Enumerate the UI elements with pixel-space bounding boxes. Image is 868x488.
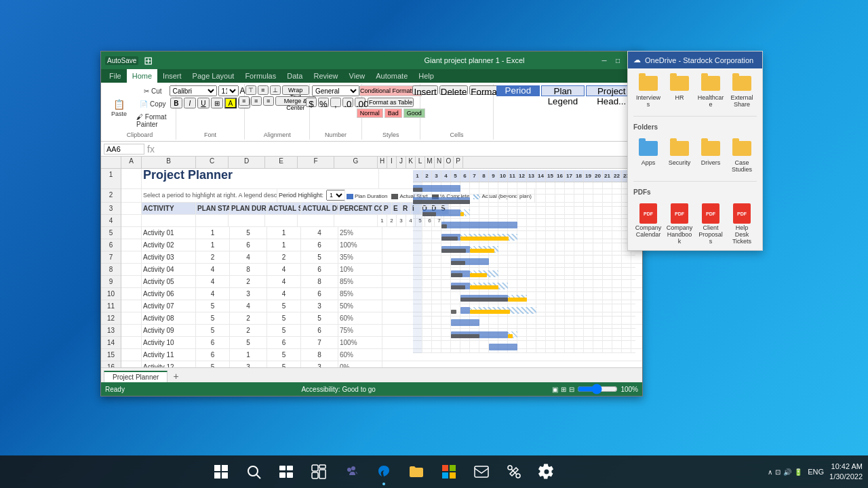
tab-help[interactable]: Help (413, 69, 439, 83)
sheet-tab-project-planner[interactable]: Project Planner (104, 371, 167, 382)
pct-complete-11[interactable]: 60% (338, 349, 382, 361)
actual-start-3[interactable]: 2 (267, 251, 301, 263)
actual-start-1[interactable]: 1 (267, 227, 301, 239)
file-explorer-button[interactable] (401, 457, 431, 487)
plan-dur-3[interactable]: 4 (230, 251, 267, 263)
cell-A-16[interactable] (121, 361, 142, 367)
onedrive-drivers[interactable]: Drivers (696, 136, 726, 176)
actual-dur-3[interactable]: 5 (301, 251, 338, 263)
actual-dur-6[interactable]: 6 (301, 288, 338, 300)
border-button[interactable]: ⊞ (211, 98, 223, 108)
plan-dur-7[interactable]: 4 (230, 300, 267, 312)
chevron-icon[interactable]: ∧ (768, 468, 772, 476)
activity-name-9[interactable]: Activity 09 (142, 325, 196, 336)
plan-start-5[interactable]: 4 (196, 276, 230, 287)
activity-name-12[interactable]: Activity 12 (142, 361, 196, 367)
cell-A-13[interactable] (121, 325, 142, 336)
plan-start-4[interactable]: 4 (196, 264, 230, 275)
actual-start-6[interactable]: 4 (267, 288, 301, 300)
actual-dur-12[interactable]: 3 (301, 361, 338, 367)
plan-start-11[interactable]: 6 (196, 349, 230, 361)
onedrive-case-studies[interactable]: Case Studies (727, 136, 757, 176)
minimize-button[interactable]: ─ (597, 54, 611, 67)
onedrive-apps[interactable]: Apps (633, 136, 663, 176)
plan-start-6[interactable]: 4 (196, 288, 230, 300)
pct-complete-6[interactable]: 85% (338, 288, 382, 300)
copy-button[interactable]: 📄 Copy (133, 98, 173, 110)
activity-name-11[interactable]: Activity 11 (142, 349, 196, 361)
onedrive-interviews[interactable]: Interviews (633, 71, 663, 110)
fill-color-button[interactable]: A (224, 98, 237, 108)
plan-legend-button[interactable]: Plan Legend (541, 85, 585, 96)
actual-start-12[interactable]: 5 (267, 361, 301, 367)
activity-name-5[interactable]: Activity 05 (142, 276, 196, 287)
actual-start-10[interactable]: 6 (267, 337, 301, 348)
cell-A-14[interactable] (121, 337, 142, 348)
number-format-select[interactable]: General (312, 85, 359, 96)
plan-dur-4[interactable]: 8 (230, 264, 267, 275)
page-break-view-button[interactable]: ⊟ (569, 386, 574, 393)
actual-start-7[interactable]: 5 (267, 300, 301, 312)
settings-button[interactable] (532, 457, 561, 487)
onedrive-company-handbook[interactable]: PDF Company Handbook (665, 201, 694, 247)
plan-dur-1[interactable]: 5 (230, 227, 267, 239)
clock[interactable]: 10:42 AM 1/30/2022 (829, 462, 863, 483)
actual-dur-11[interactable]: 8 (301, 349, 338, 361)
actual-dur-5[interactable]: 8 (301, 276, 338, 287)
pct-complete-4[interactable]: 10% (338, 264, 382, 275)
zoom-slider[interactable] (577, 384, 618, 394)
cell-A-8[interactable] (121, 264, 142, 275)
activity-name-7[interactable]: Activity 07 (142, 300, 196, 312)
maximize-button[interactable]: □ (611, 54, 625, 67)
format-as-table-button[interactable]: Format as Table (368, 98, 414, 107)
pct-complete-5[interactable]: 85% (338, 276, 382, 287)
align-top-button[interactable]: ⊤ (245, 85, 256, 95)
onedrive-security[interactable]: Security (665, 136, 694, 176)
align-left-button[interactable]: ≡ (239, 96, 250, 106)
add-sheet-button[interactable]: + (169, 370, 182, 382)
actual-start-11[interactable]: 5 (267, 349, 301, 361)
activity-name-2[interactable]: Activity 02 (142, 239, 196, 251)
actual-dur-8[interactable]: 5 (301, 312, 338, 324)
pct-complete-12[interactable]: 0% (338, 361, 382, 367)
currency-button[interactable]: $ (306, 98, 317, 107)
plan-dur-8[interactable]: 2 (230, 312, 267, 324)
name-box[interactable] (104, 144, 144, 155)
underline-button[interactable]: U (197, 98, 210, 108)
activity-name-1[interactable]: Activity 01 (142, 227, 196, 239)
tab-view[interactable]: View (344, 69, 371, 83)
pct-complete-9[interactable]: 75% (338, 325, 382, 336)
onedrive-external-share[interactable]: External Share (727, 71, 757, 110)
network-icon[interactable]: ⊡ (775, 468, 781, 476)
actual-dur-9[interactable]: 6 (301, 325, 338, 336)
period-value-button[interactable]: Period Value (496, 85, 539, 96)
plan-start-2[interactable]: 1 (196, 239, 230, 251)
plan-start-12[interactable]: 5 (196, 361, 230, 367)
plan-dur-11[interactable]: 1 (230, 349, 267, 361)
autosave-toggle[interactable]: AutoSave (105, 56, 138, 65)
pct-complete-7[interactable]: 50% (338, 300, 382, 312)
plan-dur-10[interactable]: 5 (230, 337, 267, 348)
formula-input[interactable] (157, 145, 639, 153)
actual-start-5[interactable]: 4 (267, 276, 301, 287)
tab-review[interactable]: Review (308, 69, 343, 83)
activity-name-3[interactable]: Activity 03 (142, 251, 196, 263)
plan-start-3[interactable]: 2 (196, 251, 230, 263)
plan-dur-12[interactable]: 3 (230, 361, 267, 367)
plan-start-8[interactable]: 5 (196, 312, 230, 324)
edge-button[interactable] (369, 457, 399, 487)
bold-button[interactable]: B (170, 98, 182, 108)
comma-button[interactable]: , (330, 98, 341, 107)
cut-button[interactable]: ✂ Cut (133, 85, 173, 97)
plan-start-9[interactable]: 5 (196, 325, 230, 336)
align-right-button[interactable]: ≡ (263, 96, 274, 106)
actual-start-4[interactable]: 4 (267, 264, 301, 275)
activity-name-10[interactable]: Activity 10 (142, 337, 196, 348)
onedrive-healthcare[interactable]: Healthcare (696, 71, 726, 110)
font-size-select[interactable]: 11 (218, 85, 239, 96)
cell-A-10[interactable] (121, 288, 142, 300)
align-bottom-button[interactable]: ⊥ (270, 85, 281, 95)
actual-dur-10[interactable]: 7 (301, 337, 338, 348)
mail-button[interactable] (467, 457, 496, 487)
pct-complete-8[interactable]: 60% (338, 312, 382, 324)
